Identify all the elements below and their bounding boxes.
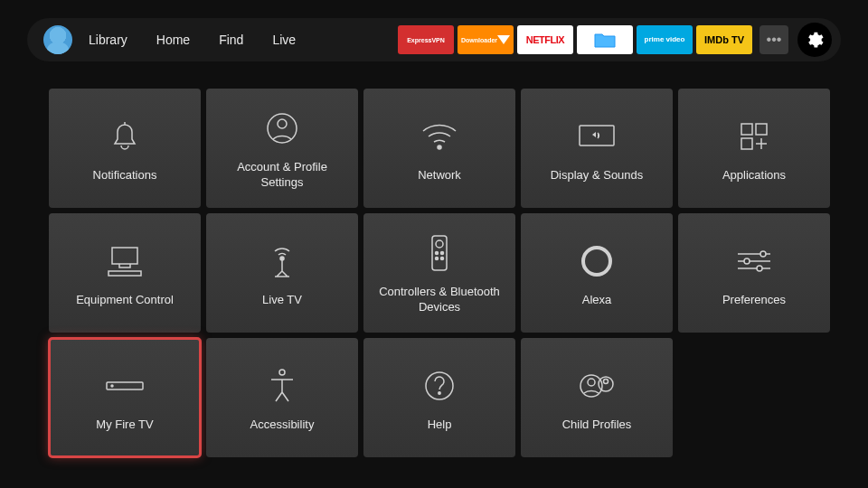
- tile-account[interactable]: Account & Profile Settings: [206, 89, 358, 208]
- svg-point-9: [280, 257, 284, 260]
- profile-avatar[interactable]: [43, 25, 72, 54]
- ellipsis-icon: •••: [767, 32, 782, 48]
- svg-point-2: [438, 145, 441, 149]
- app-downloader[interactable]: Downloader: [458, 25, 514, 54]
- firetv-icon: [103, 363, 146, 408]
- accessibility-icon: [266, 363, 298, 408]
- svg-point-28: [604, 379, 609, 383]
- child-profiles-icon: [577, 363, 617, 408]
- tile-child-profiles[interactable]: Child Profiles: [521, 338, 673, 457]
- wifi-icon: [420, 114, 459, 159]
- tile-preferences[interactable]: Preferences: [678, 213, 830, 333]
- svg-point-14: [436, 258, 439, 260]
- tile-controllers[interactable]: Controllers & Bluetooth Devices: [363, 213, 515, 333]
- svg-rect-8: [108, 271, 141, 276]
- download-arrow-icon: [497, 35, 510, 44]
- settings-button[interactable]: [797, 23, 832, 57]
- app-imdb-tv[interactable]: IMDb TV: [696, 25, 752, 54]
- svg-point-18: [744, 258, 750, 264]
- tile-label: Notifications: [93, 168, 157, 183]
- app-netflix[interactable]: NETFLIX: [517, 25, 573, 54]
- tile-label: Controllers & Bluetooth Devices: [373, 285, 506, 315]
- top-nav-bar: Library Home Find Live ExpressVPN Downlo…: [27, 18, 841, 61]
- tile-help[interactable]: Help: [363, 338, 515, 457]
- svg-point-22: [279, 370, 285, 375]
- tile-label: My Fire TV: [96, 418, 153, 433]
- tile-label: Preferences: [722, 293, 786, 308]
- svg-point-16: [583, 248, 610, 275]
- svg-rect-4: [741, 124, 752, 135]
- tile-network[interactable]: Network: [363, 89, 515, 208]
- folder-icon: [593, 31, 617, 49]
- tile-equipment[interactable]: Equipment Control: [49, 213, 201, 333]
- tile-label: Accessibility: [250, 418, 315, 433]
- tile-label: Live TV: [262, 293, 302, 308]
- more-apps-button[interactable]: •••: [760, 25, 788, 54]
- bell-icon: [108, 114, 141, 159]
- equipment-icon: [105, 239, 145, 284]
- remote-icon: [429, 230, 449, 276]
- app-es-explorer[interactable]: [577, 25, 633, 54]
- svg-point-11: [436, 240, 443, 248]
- settings-grid: Notifications Account & Profile Settings…: [0, 61, 868, 457]
- tile-accessibility[interactable]: Accessibility: [206, 338, 358, 457]
- nav-home[interactable]: Home: [156, 33, 190, 47]
- tile-applications[interactable]: Applications: [678, 89, 830, 208]
- tile-label: Display & Sounds: [551, 168, 644, 183]
- svg-rect-6: [741, 138, 752, 149]
- svg-point-19: [757, 266, 762, 271]
- display-icon: [576, 114, 618, 159]
- svg-rect-5: [756, 124, 767, 135]
- nav-find[interactable]: Find: [219, 33, 243, 47]
- gear-icon: [805, 30, 825, 50]
- tile-label: Alexa: [582, 293, 612, 308]
- tile-notifications[interactable]: Notifications: [49, 89, 201, 208]
- tile-alexa[interactable]: Alexa: [521, 213, 673, 333]
- sliders-icon: [734, 239, 774, 284]
- antenna-icon: [266, 239, 298, 284]
- tile-livetv[interactable]: Live TV: [206, 213, 358, 333]
- tile-label: Account & Profile Settings: [215, 160, 349, 191]
- svg-point-24: [439, 391, 440, 393]
- nav-menu: Library Home Find Live: [89, 33, 296, 47]
- svg-point-15: [441, 258, 444, 260]
- tile-label: Network: [418, 168, 461, 183]
- nav-live[interactable]: Live: [272, 33, 296, 47]
- tile-label: Child Profiles: [562, 418, 632, 433]
- nav-library[interactable]: Library: [89, 33, 127, 47]
- user-icon: [264, 106, 300, 151]
- svg-point-1: [278, 119, 287, 128]
- svg-point-26: [588, 379, 595, 386]
- tile-label: Help: [428, 418, 452, 433]
- tile-display[interactable]: Display & Sounds: [521, 89, 673, 208]
- app-expressvpn[interactable]: ExpressVPN: [398, 25, 454, 54]
- tile-my-fire-tv[interactable]: My Fire TV: [49, 338, 201, 457]
- apps-icon: [736, 114, 772, 159]
- svg-rect-7: [112, 248, 137, 264]
- svg-point-13: [441, 252, 444, 255]
- app-shortcuts: ExpressVPN Downloader NETFLIX prime vide…: [398, 23, 832, 57]
- svg-point-21: [111, 385, 113, 387]
- svg-rect-3: [580, 126, 614, 145]
- help-icon: [421, 363, 458, 408]
- svg-point-17: [760, 251, 766, 257]
- app-downloader-label: Downloader: [461, 37, 497, 43]
- svg-point-12: [436, 252, 439, 255]
- app-prime-video[interactable]: prime video: [637, 25, 693, 54]
- tile-label: Applications: [722, 168, 786, 183]
- alexa-icon: [579, 239, 615, 284]
- tile-label: Equipment Control: [76, 293, 174, 308]
